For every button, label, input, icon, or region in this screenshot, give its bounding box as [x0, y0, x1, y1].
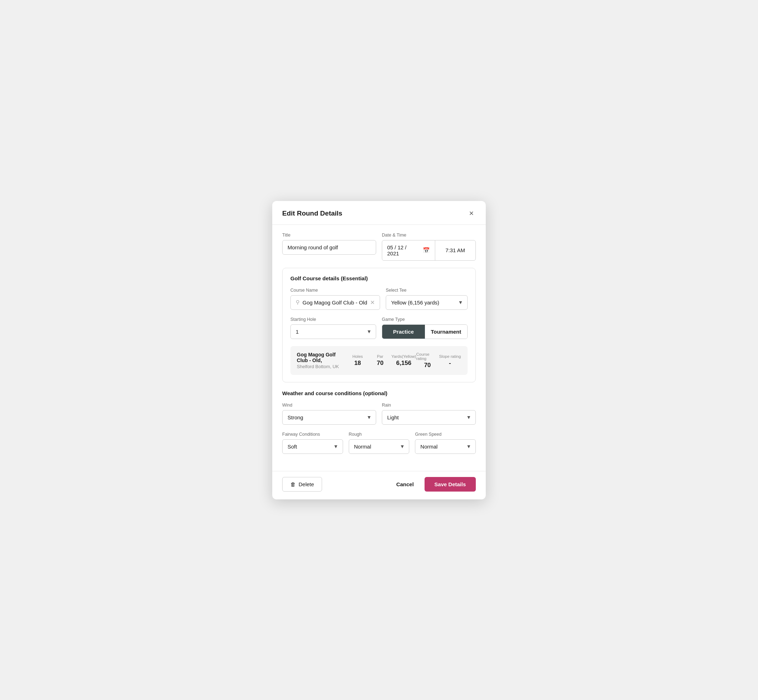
- wind-dropdown[interactable]: None Light Moderate Strong: [282, 410, 376, 425]
- rough-col: Rough Soft Normal Hard ▼: [349, 432, 410, 454]
- golf-course-title: Golf Course details (Essential): [290, 275, 468, 281]
- golf-course-section: Golf Course details (Essential) Course N…: [282, 268, 476, 382]
- game-type-label: Game Type: [382, 317, 468, 322]
- trash-icon: 🗑: [290, 481, 296, 487]
- rain-col: Rain None Light Moderate Heavy ▼: [382, 403, 476, 425]
- select-tee-dropdown[interactable]: Yellow (6,156 yards): [386, 295, 468, 310]
- stat-course-rating: Course rating 70: [416, 352, 439, 369]
- delete-button[interactable]: 🗑 Delete: [282, 477, 322, 492]
- slope-rating-label: Slope rating: [439, 354, 461, 359]
- course-name-input[interactable]: [302, 300, 370, 306]
- clear-icon[interactable]: ✕: [370, 299, 375, 306]
- footer-right: Cancel Save Details: [393, 477, 476, 492]
- par-value: 70: [377, 359, 384, 367]
- wind-rain-row: Wind None Light Moderate Strong ▼ Rain: [282, 403, 476, 425]
- wind-col: Wind None Light Moderate Strong ▼: [282, 403, 376, 425]
- yards-value: 6,156: [396, 359, 411, 367]
- stat-holes: Holes 18: [346, 354, 369, 367]
- green-speed-label: Green Speed: [415, 432, 476, 437]
- stat-par: Par 70: [369, 354, 392, 367]
- title-datetime-row: Title Date & Time 05 / 12 / 2021 📅 7:31 …: [282, 233, 476, 261]
- conditions-title: Weather and course conditions (optional): [282, 390, 476, 396]
- time-value: 7:31 AM: [446, 247, 465, 253]
- yards-label: Yards(Yellow): [392, 354, 417, 359]
- time-part[interactable]: 7:31 AM: [435, 241, 475, 260]
- close-button[interactable]: ×: [467, 209, 476, 218]
- starting-hole-wrap: 1 10 ▼: [290, 324, 376, 339]
- save-button[interactable]: Save Details: [424, 477, 476, 492]
- title-input[interactable]: [282, 240, 376, 255]
- starting-hole-col: Starting Hole 1 10 ▼: [290, 317, 376, 339]
- date-time-col: Date & Time 05 / 12 / 2021 📅 7:31 AM: [382, 233, 476, 261]
- hole-gametype-row: Starting Hole 1 10 ▼ Game Type Practice: [290, 317, 468, 339]
- title-col: Title: [282, 233, 376, 261]
- game-type-col: Game Type Practice Tournament: [382, 317, 468, 339]
- tournament-button[interactable]: Tournament: [425, 325, 468, 339]
- green-speed-dropdown[interactable]: Slow Normal Fast: [415, 439, 476, 454]
- wind-wrap: None Light Moderate Strong ▼: [282, 410, 376, 425]
- holes-label: Holes: [352, 354, 363, 359]
- green-speed-wrap: Slow Normal Fast ▼: [415, 439, 476, 454]
- course-rating-label: Course rating: [416, 352, 439, 361]
- search-icon: ⚲: [296, 299, 300, 306]
- fairway-col: Fairway Conditions Soft Normal Hard ▼: [282, 432, 343, 454]
- calendar-icon: 📅: [423, 247, 430, 254]
- date-time-field: 05 / 12 / 2021 📅 7:31 AM: [382, 240, 476, 261]
- date-part[interactable]: 05 / 12 / 2021 📅: [382, 241, 435, 260]
- date-time-label: Date & Time: [382, 233, 476, 238]
- conditions-section: Weather and course conditions (optional)…: [282, 390, 476, 454]
- fairway-dropdown[interactable]: Soft Normal Hard: [282, 439, 343, 454]
- stat-slope-rating: Slope rating -: [439, 354, 461, 367]
- date-value: 05 / 12 / 2021: [387, 244, 420, 256]
- course-info-card: Gog Magog Golf Club - Old, Shelford Bott…: [290, 346, 468, 375]
- delete-label: Delete: [299, 481, 314, 487]
- wind-label: Wind: [282, 403, 376, 408]
- modal-header: Edit Round Details ×: [272, 201, 486, 225]
- starting-hole-dropdown[interactable]: 1 10: [290, 324, 376, 339]
- course-name-block: Gog Magog Golf Club - Old, Shelford Bott…: [297, 352, 346, 369]
- course-name-search-wrap[interactable]: ⚲ ✕: [290, 295, 380, 310]
- course-info-name: Gog Magog Golf Club - Old,: [297, 352, 346, 363]
- practice-button[interactable]: Practice: [382, 325, 425, 339]
- modal-title: Edit Round Details: [282, 209, 342, 217]
- course-name-label: Course Name: [290, 288, 380, 293]
- select-tee-wrap: Yellow (6,156 yards) ▼: [386, 295, 468, 310]
- course-tee-row: Course Name ⚲ ✕ Select Tee Yellow (6,156…: [290, 288, 468, 310]
- rain-label: Rain: [382, 403, 476, 408]
- slope-rating-value: -: [449, 359, 451, 367]
- rough-label: Rough: [349, 432, 410, 437]
- fairway-label: Fairway Conditions: [282, 432, 343, 437]
- holes-value: 18: [354, 359, 361, 367]
- game-type-toggle: Practice Tournament: [382, 324, 468, 339]
- stat-yards: Yards(Yellow) 6,156: [392, 354, 417, 367]
- course-name-col: Course Name ⚲ ✕: [290, 288, 380, 310]
- fairway-wrap: Soft Normal Hard ▼: [282, 439, 343, 454]
- cancel-button[interactable]: Cancel: [393, 477, 417, 491]
- modal-body: Title Date & Time 05 / 12 / 2021 📅 7:31 …: [272, 225, 486, 470]
- course-rating-value: 70: [424, 362, 431, 369]
- rain-wrap: None Light Moderate Heavy ▼: [382, 410, 476, 425]
- rough-dropdown[interactable]: Soft Normal Hard: [349, 439, 410, 454]
- fairway-rough-green-row: Fairway Conditions Soft Normal Hard ▼ Ro…: [282, 432, 476, 454]
- rough-wrap: Soft Normal Hard ▼: [349, 439, 410, 454]
- starting-hole-label: Starting Hole: [290, 317, 376, 322]
- modal-footer: 🗑 Delete Cancel Save Details: [272, 471, 486, 499]
- rain-dropdown[interactable]: None Light Moderate Heavy: [382, 410, 476, 425]
- select-tee-label: Select Tee: [386, 288, 468, 293]
- title-label: Title: [282, 233, 376, 238]
- green-speed-col: Green Speed Slow Normal Fast ▼: [415, 432, 476, 454]
- course-info-location: Shelford Bottom, UK: [297, 364, 346, 369]
- par-label: Par: [377, 354, 383, 359]
- select-tee-col: Select Tee Yellow (6,156 yards) ▼: [386, 288, 468, 310]
- edit-round-modal: Edit Round Details × Title Date & Time 0…: [272, 201, 486, 499]
